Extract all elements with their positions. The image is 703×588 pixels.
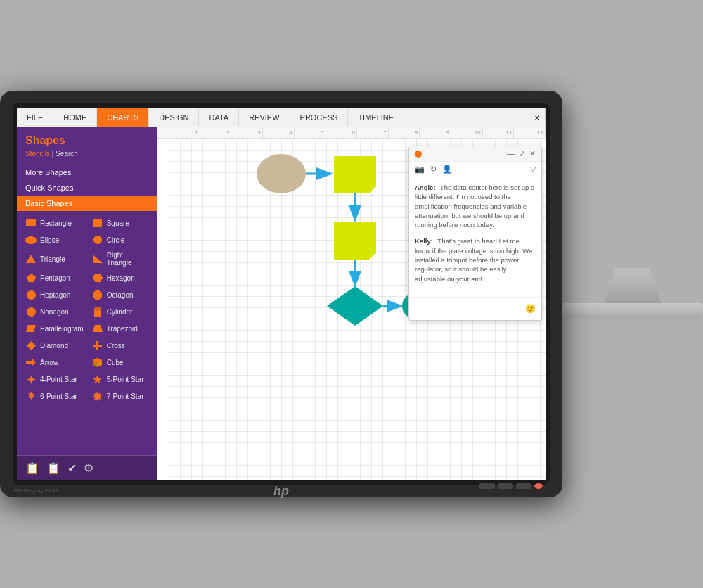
shape-label: 4-Point Star <box>40 376 77 383</box>
chat-header: — ⤢ ✕ <box>409 146 541 162</box>
shape-label: 5-Point Star <box>107 376 144 383</box>
fc-square2[interactable] <box>334 222 376 260</box>
canvas-content[interactable]: — ⤢ ✕ 📷 ↻ 👤 ▽ <box>169 139 546 480</box>
menu-data[interactable]: DATA <box>199 108 239 127</box>
shape-7point-star[interactable]: 7-Point Star <box>89 388 152 404</box>
shape-diamond[interactable]: Diamond <box>22 338 86 353</box>
shape-cylinder[interactable]: Cylinder <box>89 304 152 319</box>
shape-label: Rectangle <box>40 219 72 227</box>
ruler-mark: 8 <box>389 127 420 138</box>
svg-rect-18 <box>93 345 102 347</box>
ruler-mark: 1 <box>169 127 200 138</box>
shape-triangle[interactable]: Triangle <box>22 249 86 269</box>
menu-process[interactable]: PROCESS <box>290 108 349 127</box>
close-button[interactable]: ✕ <box>529 108 546 127</box>
shape-parallelogram[interactable]: Parallelogram <box>22 321 86 336</box>
chat-controls: — ⤢ ✕ <box>507 149 536 158</box>
7point-star-icon <box>92 390 103 402</box>
footer-icon-check[interactable]: ✔ <box>67 461 77 475</box>
chat-input[interactable] <box>415 300 525 317</box>
monitor-button-2[interactable] <box>498 483 513 489</box>
ruler-mark: 5 <box>295 127 326 138</box>
shape-cube[interactable]: Cube <box>89 354 152 370</box>
menu-charts[interactable]: CHARTS <box>97 108 149 127</box>
monitor-buttons <box>479 483 543 489</box>
shape-label: Arrow <box>40 359 58 366</box>
shape-label: Triangle <box>40 255 65 263</box>
fc-ellipse[interactable] <box>257 154 306 193</box>
shape-6point-star[interactable]: 6-Point Star <box>22 388 86 404</box>
footer-icon-1[interactable]: 📋 <box>25 461 39 475</box>
shape-arrow[interactable]: Arrow <box>22 354 86 370</box>
shape-label: 7-Point Star <box>107 392 144 400</box>
monitor-button-1[interactable] <box>479 483 495 489</box>
refresh-icon[interactable]: ↻ <box>430 165 437 174</box>
shape-octagon[interactable]: Octagon <box>89 287 152 302</box>
shape-square[interactable]: Square <box>89 215 152 231</box>
shape-nonagon[interactable]: Nonagon <box>22 304 86 319</box>
shape-ellipse[interactable]: Elipse <box>22 232 86 248</box>
shape-right-triangle[interactable]: Right Triangle <box>89 249 152 269</box>
monitor-bottom-bar: hp <box>13 485 550 497</box>
shape-pentagon[interactable]: Pentagon <box>22 270 86 286</box>
arrow-icon <box>25 357 37 368</box>
monitor-button-3[interactable] <box>516 483 531 489</box>
svg-marker-6 <box>27 274 36 282</box>
filter-icon[interactable]: ▽ <box>530 165 536 174</box>
nav-more-shapes[interactable]: More Shapes <box>17 165 157 180</box>
search-link[interactable]: Search <box>56 150 78 158</box>
fc-square1[interactable] <box>334 156 376 193</box>
shape-label: Pentagon <box>40 274 70 282</box>
svg-marker-15 <box>93 325 103 332</box>
menu-design[interactable]: DESIGN <box>149 108 199 127</box>
ruler-mark: 10 <box>451 127 483 138</box>
menu-bar: FILE HOME CHARTS DESIGN DATA REVIEW PROC… <box>17 108 546 127</box>
contacts-icon[interactable]: 👤 <box>442 165 452 174</box>
shape-label: Hexagon <box>107 274 135 282</box>
svg-marker-16 <box>27 341 36 350</box>
nav-quick-shapes[interactable]: Quick Shapes <box>17 180 157 196</box>
ruler-top: 1 2 3 4 5 6 7 8 9 10 11 12 <box>157 127 546 139</box>
shape-cross[interactable]: Cross <box>89 338 152 353</box>
shape-4point-star[interactable]: 4-Point Star <box>22 371 86 387</box>
shape-label: Trapezoid <box>107 325 138 333</box>
ruler-mark: 12 <box>514 127 546 138</box>
cube-icon <box>92 357 103 368</box>
video-icon[interactable]: 📷 <box>415 165 425 174</box>
menu-review[interactable]: REVIEW <box>239 108 290 127</box>
shape-hexagon[interactable]: Hexagon <box>89 270 152 286</box>
menu-home[interactable]: HOME <box>53 108 97 127</box>
shape-label: 6-Point Star <box>40 392 77 400</box>
svg-point-10 <box>27 307 36 317</box>
shape-rectangle[interactable]: Rectangle <box>22 215 86 231</box>
emoji-button[interactable]: 🙂 <box>525 304 536 314</box>
chat-minimize[interactable]: — <box>507 149 515 158</box>
footer-icon-2[interactable]: 📋 <box>46 461 60 475</box>
ruler-mark: 6 <box>325 127 357 138</box>
menu-timeline[interactable]: TIMELINE <box>348 108 404 127</box>
footer-icon-settings[interactable]: ⚙ <box>84 461 93 475</box>
chat-toolbar: 📷 ↻ 👤 ▽ <box>409 162 541 177</box>
nav-basic-shapes[interactable]: Basic Shapes <box>17 196 157 211</box>
sidebar-header: Shapes Stencils | Search <box>17 127 157 165</box>
shape-trapezoid[interactable]: Trapezoid <box>89 321 152 336</box>
monitor-model-label: EliteDisplay E242 <box>14 487 58 494</box>
chat-close[interactable]: ✕ <box>529 149 536 158</box>
power-button[interactable] <box>534 483 543 489</box>
parallelogram-icon <box>25 323 37 334</box>
svg-rect-0 <box>26 219 36 226</box>
chat-expand[interactable]: ⤢ <box>519 149 525 158</box>
menu-file[interactable]: FILE <box>17 108 53 127</box>
shape-circle[interactable]: Circle <box>89 232 152 248</box>
shape-5point-star[interactable]: 5-Point Star <box>89 371 152 387</box>
fc-diamond[interactable] <box>327 286 383 326</box>
svg-marker-4 <box>26 255 36 263</box>
shape-heptagon[interactable]: Heptagon <box>22 287 86 302</box>
svg-point-3 <box>93 236 102 244</box>
sidebar-title: Shapes <box>25 134 149 147</box>
chat-input-area: 🙂 <box>409 297 541 320</box>
svg-marker-24 <box>93 375 102 384</box>
stencils-link[interactable]: Stencils <box>25 150 50 158</box>
monitor: FILE HOME CHARTS DESIGN DATA REVIEW PROC… <box>0 91 562 497</box>
ruler-mark: 11 <box>483 127 515 138</box>
